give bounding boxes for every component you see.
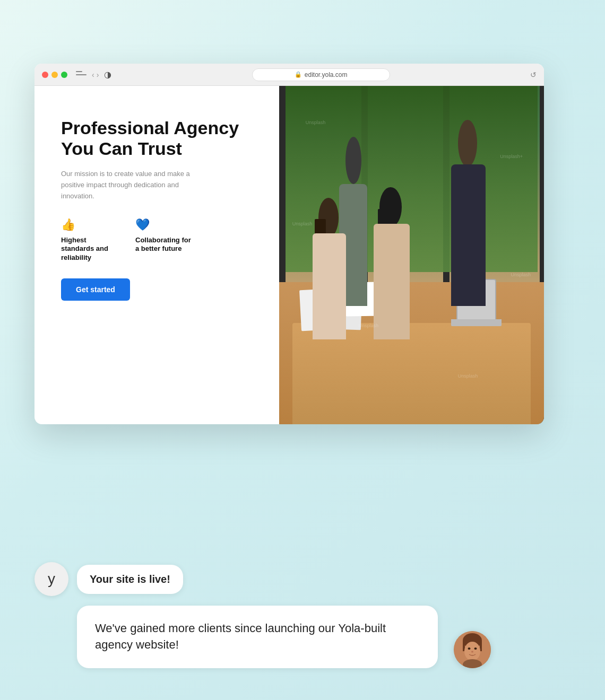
address-bar[interactable]: 🔒 editor.yola.com xyxy=(252,68,390,81)
reload-button[interactable]: ↺ xyxy=(530,71,537,79)
close-button[interactable] xyxy=(42,72,48,78)
get-started-button[interactable]: Get started xyxy=(61,278,130,301)
chat-row-1: y Your site is live! xyxy=(34,562,491,596)
chat-row-2: We've gained more clients since launchin… xyxy=(34,606,491,668)
heart-icon: 💙 xyxy=(135,218,194,232)
watermark-1: Unsplash xyxy=(306,120,326,125)
browser-window: ‹ › ◑ 🔒 editor.yola.com ↺ Professional A… xyxy=(34,64,544,424)
browser-chrome: ‹ › ◑ 🔒 editor.yola.com ↺ xyxy=(34,64,544,86)
person-4 xyxy=(372,187,412,339)
forward-arrow-icon[interactable]: › xyxy=(97,71,99,79)
url-text: editor.yola.com xyxy=(305,71,348,78)
features-row: 👍 Highest standards and reliability 💙 Co… xyxy=(61,218,258,263)
chat-message-2: We've gained more clients since launchin… xyxy=(95,622,386,651)
lock-icon: 🔒 xyxy=(295,71,302,78)
watermark-3: Unsplash xyxy=(292,221,313,226)
watermark-5: Unsplash xyxy=(359,323,379,328)
svg-point-5 xyxy=(468,648,471,650)
hero-image: Unsplash Unsplash+ Unsplash Unsplash Uns… xyxy=(279,86,544,424)
maximize-button[interactable] xyxy=(61,72,67,78)
watermark-4: Unsplash xyxy=(511,272,531,277)
brightness-icon: ◑ xyxy=(104,69,111,80)
thumbs-up-icon: 👍 xyxy=(61,218,119,232)
hero-title: Professional Agency You Can Trust xyxy=(61,118,258,159)
feature-collaboration-label: Collaborating for a better future xyxy=(135,236,194,254)
browser-content: Professional Agency You Can Trust Our mi… xyxy=(34,86,544,424)
feature-collaboration: 💙 Collaborating for a better future xyxy=(135,218,194,263)
nav-arrows: ‹ › xyxy=(92,71,99,79)
back-arrow-icon[interactable]: ‹ xyxy=(92,71,94,79)
chat-bubble-testimonial: We've gained more clients since launchin… xyxy=(77,606,438,668)
user-avatar xyxy=(454,631,491,668)
sidebar-toggle-icon[interactable] xyxy=(76,71,87,78)
user-avatar-image xyxy=(454,631,491,668)
yola-avatar: y xyxy=(34,562,68,596)
watermark-2: Unsplash+ xyxy=(500,154,523,159)
svg-point-6 xyxy=(474,648,477,650)
feature-standards: 👍 Highest standards and reliability xyxy=(61,218,119,263)
traffic-lights xyxy=(42,72,67,78)
yola-logo-letter: y xyxy=(48,571,55,588)
svg-point-7 xyxy=(471,651,473,653)
person-3 xyxy=(311,198,348,340)
chat-message-1: Your site is live! xyxy=(90,573,170,585)
person-2 xyxy=(451,120,486,306)
hero-right-panel: Unsplash Unsplash+ Unsplash Unsplash Uns… xyxy=(279,86,544,424)
chat-bubble-live: Your site is live! xyxy=(77,565,183,594)
chat-section: y Your site is live! We've gained more c… xyxy=(34,562,491,668)
hero-left-panel: Professional Agency You Can Trust Our mi… xyxy=(34,86,279,424)
watermark-6: Unsplash xyxy=(458,373,478,379)
feature-standards-label: Highest standards and reliability xyxy=(61,236,119,263)
minimize-button[interactable] xyxy=(51,72,58,78)
hero-subtitle: Our mission is to create value and make … xyxy=(61,169,210,202)
address-bar-wrap: 🔒 editor.yola.com xyxy=(117,68,525,81)
laptop-base xyxy=(451,319,502,326)
